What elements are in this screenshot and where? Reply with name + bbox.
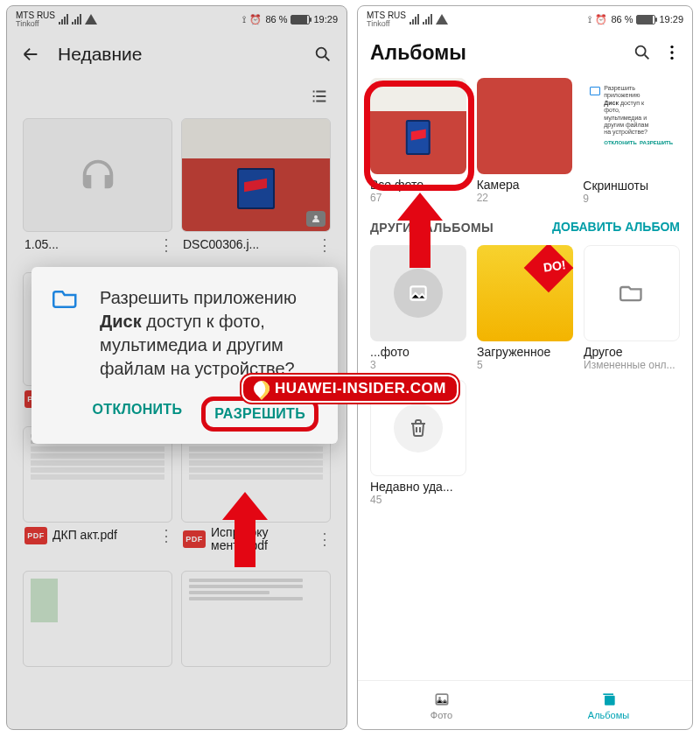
clock-text: 19:29 <box>313 14 338 25</box>
search-icon <box>633 43 652 62</box>
arrow-up-icon <box>397 193 443 268</box>
folder-icon <box>51 286 86 381</box>
page-title: Недавние <box>58 44 296 65</box>
svg-rect-8 <box>605 695 615 705</box>
list-icon <box>310 87 329 106</box>
image-placeholder-icon <box>394 269 443 318</box>
permission-dialog: Разрешить приложению Диск доступ к фото,… <box>32 267 338 444</box>
album-name: Другое <box>584 345 680 359</box>
wifi-icon <box>85 14 97 25</box>
tab-albums[interactable]: Альбомы <box>525 681 692 729</box>
album-count: 5 <box>477 359 573 371</box>
album-downloads[interactable]: DO! Загруженное 5 <box>477 245 573 371</box>
search-icon <box>313 45 332 64</box>
album-screenshots[interactable]: РазрешитьприложениюДиск доступ кфото,мул… <box>583 78 680 205</box>
photo-icon <box>433 691 451 708</box>
file-thumb-pdf[interactable] <box>181 571 331 667</box>
album-count: 45 <box>370 494 466 506</box>
watermark-badge: HUAWEI-INSIDER.COM <box>242 375 458 403</box>
album-other[interactable]: Другое Измененные онл... <box>584 245 680 371</box>
more-button[interactable]: ⋮ <box>158 235 172 255</box>
album-camera[interactable]: Камера 22 <box>477 78 573 205</box>
tab-label: Альбомы <box>588 710 629 720</box>
album-name: Недавно уда... <box>370 480 466 494</box>
file-thumb-image[interactable] <box>181 118 331 232</box>
more-button[interactable]: ⋮ <box>317 235 331 255</box>
file-thumb-pdf[interactable] <box>23 571 172 667</box>
clock-text: 19:29 <box>659 14 683 25</box>
view-toggle-button[interactable] <box>304 81 334 111</box>
album-name: Скриншоты <box>583 179 680 193</box>
file-name: ДКП акт.pdf <box>52 529 153 542</box>
highlight-ring <box>364 81 474 191</box>
album-name: ...фото <box>370 345 466 359</box>
bottom-nav: Фото Альбомы <box>358 680 692 729</box>
svg-point-2 <box>670 46 673 48</box>
more-button[interactable]: ⋮ <box>317 530 331 549</box>
allow-button[interactable]: РАЗРЕШИТЬ <box>211 401 309 427</box>
nfc-icon: ⟟ <box>588 14 592 25</box>
signal-icon <box>410 14 419 25</box>
status-bar: MTS RUSTinkoff ⟟ ⏰ 86 % 19:29 <box>358 6 692 31</box>
battery-icon <box>636 15 655 25</box>
overflow-button[interactable] <box>657 38 687 67</box>
add-album-button[interactable]: ДОБАВИТЬ АЛЬБОМ <box>552 221 680 234</box>
phone-left: MTS RUSTinkoff ⟟ ⏰ 86 % 19:29 Недавние <box>6 5 347 730</box>
battery-text: 86 % <box>611 14 633 25</box>
more-vert-icon <box>662 43 682 62</box>
page-title: Альбомы <box>370 41 627 65</box>
search-button[interactable] <box>308 39 338 69</box>
album-count: 3 <box>370 359 466 371</box>
svg-point-1 <box>636 46 646 56</box>
albums-header: Альбомы <box>358 31 692 73</box>
search-button[interactable] <box>627 38 657 67</box>
trash-icon <box>394 404 443 453</box>
album-name: Загруженное <box>477 345 573 359</box>
pdf-badge-icon: PDF <box>24 527 47 544</box>
arrow-left-icon <box>21 45 40 64</box>
tab-label: Фото <box>430 710 452 720</box>
file-name: 1.05... <box>24 238 153 251</box>
album-count: 9 <box>583 193 680 205</box>
file-name: DSC00306.j... <box>183 238 312 251</box>
album-count: 22 <box>477 192 573 204</box>
back-button[interactable] <box>16 39 46 69</box>
file-thumb-audio[interactable] <box>23 118 172 232</box>
battery-text: 86 % <box>265 14 287 25</box>
more-button[interactable]: ⋮ <box>158 526 172 545</box>
alarm-icon: ⏰ <box>595 14 607 25</box>
app-bar: Недавние <box>7 31 346 78</box>
huawei-logo-icon <box>250 377 272 399</box>
album-name: Камера <box>477 178 573 192</box>
albums-icon <box>600 691 618 708</box>
svg-point-4 <box>670 57 673 60</box>
battery-icon <box>290 15 310 25</box>
folder-icon <box>584 245 680 341</box>
signal-icon <box>72 14 81 25</box>
signal-icon <box>59 14 68 25</box>
dialog-message: Разрешить приложению Диск доступ к фото,… <box>100 286 318 381</box>
arrow-up-icon <box>222 492 268 567</box>
watermark-text: HUAWEI-INSIDER.COM <box>275 380 446 397</box>
status-bar: MTS RUSTinkoff ⟟ ⏰ 86 % 19:29 <box>7 6 346 31</box>
svg-point-3 <box>670 51 673 53</box>
album-count: Измененные онл... <box>584 359 680 371</box>
tab-photos[interactable]: Фото <box>358 681 525 729</box>
alarm-icon: ⏰ <box>249 14 262 25</box>
headphones-icon <box>78 155 118 195</box>
wifi-icon <box>436 14 448 25</box>
nfc-icon: ⟟ <box>242 14 246 25</box>
pdf-badge-icon: PDF <box>183 530 206 548</box>
people-badge-icon <box>306 211 326 227</box>
signal-icon <box>423 14 432 25</box>
svg-point-0 <box>317 48 326 58</box>
deny-button[interactable]: ОТКЛОНИТЬ <box>89 397 186 432</box>
